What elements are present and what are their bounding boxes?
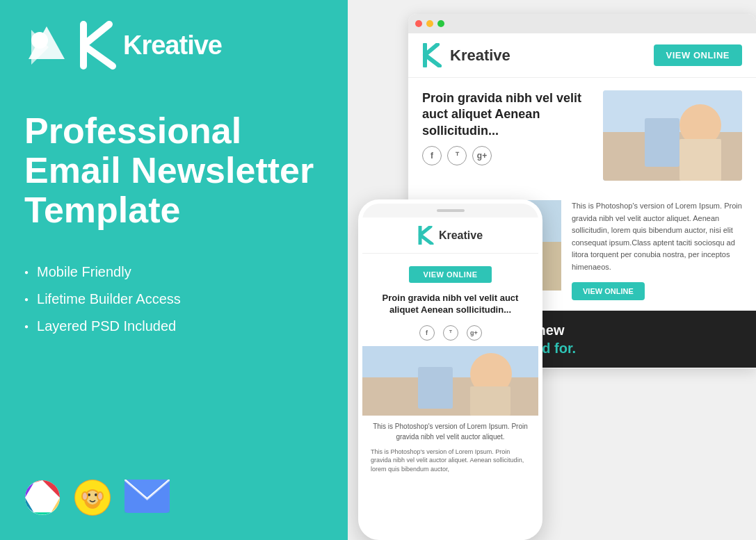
headline-line2: Email Newsletter	[24, 151, 323, 190]
mobile-logo-icon	[418, 226, 435, 245]
mobile-speaker	[437, 209, 465, 212]
feature-label-3: Layered PSD Included	[37, 318, 176, 334]
svg-point-4	[35, 491, 49, 505]
svg-rect-19	[645, 118, 679, 167]
colorwheel-icon	[24, 480, 61, 516]
desktop-body-text-area: This is Photoshop's version of Lorem Ips…	[572, 200, 742, 300]
right-panel: Kreative VIEW ONLINE Proin gravida nibh …	[348, 0, 756, 540]
feature-item-3: Layered PSD Included	[24, 313, 323, 340]
logo-area: Kreative	[24, 21, 323, 69]
mobile-content: Kreative VIEW ONLINE Proin gravida nibh …	[362, 218, 538, 536]
svg-point-13	[98, 493, 102, 500]
mobile-hero-photo	[362, 346, 538, 416]
mobile-logo-area: Kreative	[418, 226, 483, 245]
svg-point-12	[83, 493, 87, 500]
svg-rect-31	[418, 367, 453, 409]
mobile-mockup: Kreative VIEW ONLINE Proin gravida nibh …	[358, 199, 542, 540]
desktop-body-paragraph: This is Photoshop's version of Lorem Ips…	[572, 200, 742, 274]
feature-item-2: Lifetime Builder Access	[24, 286, 323, 313]
desktop-hero-text: Proin gravida nibh vel velit auct alique…	[422, 90, 593, 165]
mobile-notch	[362, 204, 538, 218]
headline: Professional Email Newsletter Template	[24, 111, 323, 231]
kreative-logo-icon	[24, 23, 70, 68]
features-list: Mobile Friendly Lifetime Builder Access …	[24, 259, 323, 340]
desktop-hero-photo	[603, 90, 742, 181]
mobile-hero-image	[362, 346, 538, 416]
mobile-googleplus-icon: g+	[467, 325, 482, 341]
facebook-icon: f	[422, 146, 442, 165]
feature-item-1: Mobile Friendly	[24, 259, 323, 286]
titlebar-dot-red	[415, 20, 422, 27]
mobile-view-online-area: VIEW ONLINE	[362, 254, 538, 293]
mobile-body-text-main: This is Photoshop's version of Lorem Ips…	[362, 416, 538, 445]
mobile-view-online-button[interactable]: VIEW ONLINE	[409, 266, 491, 283]
headline-line3: Template	[24, 190, 323, 230]
feature-label-2: Lifetime Builder Access	[37, 291, 181, 307]
svg-rect-30	[470, 386, 510, 416]
mobile-social-icons: f ᵀ g+	[362, 322, 538, 346]
logo-text: Kreative	[123, 31, 222, 60]
mobile-email-header: Kreative	[362, 218, 538, 254]
twitter-icon: ᵀ	[447, 146, 467, 165]
mobile-facebook-icon: f	[419, 325, 435, 341]
desktop-view-online-small-button[interactable]: VIEW ONLINE	[572, 282, 645, 300]
desktop-hero-section: Proin gravida nibh vel velit auct alique…	[408, 78, 756, 193]
desktop-hero-image	[603, 90, 742, 181]
feature-label-1: Mobile Friendly	[37, 264, 131, 280]
headline-line1: Professional	[24, 111, 323, 151]
desktop-hero-title: Proin gravida nibh vel velit auct alique…	[422, 90, 593, 139]
desktop-social-icons: f ᵀ g+	[422, 146, 593, 165]
mailapp-icon	[124, 480, 170, 516]
brand-icons-row	[24, 480, 170, 516]
kreative-logo-k	[78, 21, 123, 69]
desktop-logo-icon	[422, 43, 444, 67]
desktop-logo-area: Kreative	[422, 43, 510, 67]
desktop-titlebar	[408, 14, 756, 33]
desktop-logo-text: Kreative	[450, 47, 510, 65]
titlebar-dot-green	[437, 20, 444, 27]
desktop-email-header: Kreative VIEW ONLINE	[408, 33, 756, 78]
googleplus-icon: g+	[472, 146, 492, 165]
svg-rect-18	[679, 139, 721, 181]
left-panel: Kreative Professional Email Newsletter T…	[0, 0, 348, 540]
mobile-body-text-small: This is Photoshop's version of Lorem Ips…	[362, 445, 538, 477]
mobile-hero-title: Proin gravida nibh vel velit auct alique…	[362, 293, 538, 322]
mobile-logo-text: Kreative	[439, 229, 483, 242]
titlebar-dot-yellow	[426, 20, 433, 27]
desktop-view-online-button[interactable]: VIEW ONLINE	[654, 44, 742, 66]
mailchimp-icon	[74, 480, 111, 516]
mobile-twitter-icon: ᵀ	[443, 325, 458, 341]
